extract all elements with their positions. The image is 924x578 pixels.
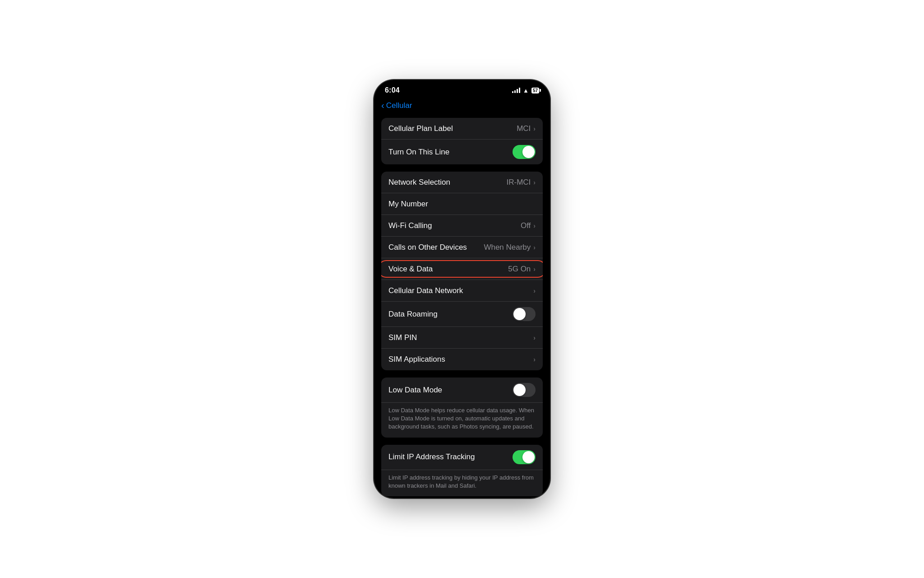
- voice-data-value: 5G On: [508, 265, 531, 274]
- limit-ip-group: Limit IP Address Tracking Limit IP addre…: [381, 445, 543, 496]
- data-roaming-toggle[interactable]: [513, 307, 536, 321]
- sim-applications-row[interactable]: SIM Applications ›: [381, 349, 543, 370]
- voice-data-chevron-icon: ›: [533, 266, 536, 273]
- limit-ip-tracking-toggle[interactable]: [513, 450, 536, 464]
- cellular-plan-label-right: MCI ›: [517, 124, 536, 133]
- calls-other-devices-right: When Nearby ›: [484, 243, 536, 252]
- settings-content: Cellular Plan Label MCI › Turn On This L…: [374, 118, 550, 498]
- plan-group: Cellular Plan Label MCI › Turn On This L…: [381, 118, 543, 164]
- voice-data-row[interactable]: Voice & Data 5G On ›: [381, 258, 543, 280]
- turn-on-line-row[interactable]: Turn On This Line: [381, 140, 543, 164]
- network-group: Network Selection IR-MCI › My Number Wi-…: [381, 172, 543, 370]
- signal-bars-icon: [512, 88, 520, 93]
- sim-applications-right: ›: [533, 356, 536, 363]
- voice-data-right: 5G On ›: [508, 265, 536, 274]
- limit-ip-tracking-toggle-knob: [522, 451, 535, 463]
- turn-on-line-toggle-knob: [522, 146, 535, 158]
- network-selection-chevron-icon: ›: [533, 179, 536, 186]
- cellular-plan-label-row[interactable]: Cellular Plan Label MCI ›: [381, 118, 543, 140]
- turn-on-line-label: Turn On This Line: [388, 148, 449, 157]
- status-icons: ▲ 57: [512, 87, 539, 94]
- sim-applications-label: SIM Applications: [388, 355, 445, 364]
- my-number-label: My Number: [388, 200, 428, 209]
- wifi-calling-value: Off: [521, 221, 531, 230]
- cellular-plan-label-text: Cellular Plan Label: [388, 124, 453, 133]
- network-selection-row[interactable]: Network Selection IR-MCI ›: [381, 172, 543, 193]
- wifi-calling-row[interactable]: Wi-Fi Calling Off ›: [381, 215, 543, 237]
- calls-other-devices-value: When Nearby: [484, 243, 531, 252]
- sim-pin-row[interactable]: SIM PIN ›: [381, 327, 543, 349]
- nav-header: ‹ Cellular: [374, 97, 550, 118]
- my-number-row[interactable]: My Number: [381, 193, 543, 215]
- calls-other-devices-row[interactable]: Calls on Other Devices When Nearby ›: [381, 237, 543, 258]
- status-time: 6:04: [385, 86, 400, 94]
- sim-pin-label: SIM PIN: [388, 333, 417, 342]
- low-data-mode-toggle[interactable]: [513, 383, 536, 397]
- back-label: Cellular: [386, 101, 412, 110]
- calls-other-devices-chevron-icon: ›: [533, 244, 536, 251]
- cellular-data-network-label: Cellular Data Network: [388, 286, 463, 295]
- low-data-mode-label: Low Data Mode: [388, 386, 442, 395]
- cellular-data-network-right: ›: [533, 287, 536, 294]
- turn-on-line-toggle[interactable]: [513, 145, 536, 159]
- low-data-mode-toggle-knob: [513, 384, 526, 396]
- wifi-icon: ▲: [523, 87, 529, 94]
- data-roaming-row[interactable]: Data Roaming: [381, 302, 543, 327]
- voice-data-label: Voice & Data: [388, 265, 433, 274]
- cellular-data-network-row[interactable]: Cellular Data Network ›: [381, 280, 543, 302]
- network-selection-label: Network Selection: [388, 178, 450, 187]
- battery-icon: 57: [531, 88, 539, 93]
- status-bar: 6:04 ▲ 57: [374, 80, 550, 97]
- back-chevron-icon: ‹: [381, 100, 384, 111]
- network-selection-right: IR-MCI ›: [507, 178, 536, 187]
- sim-pin-right: ›: [533, 334, 536, 341]
- back-button[interactable]: ‹ Cellular: [381, 101, 412, 111]
- sim-pin-chevron-icon: ›: [533, 334, 536, 341]
- sim-applications-chevron-icon: ›: [533, 356, 536, 363]
- cellular-data-network-chevron-icon: ›: [533, 287, 536, 294]
- wifi-calling-right: Off ›: [521, 221, 536, 230]
- low-data-mode-row[interactable]: Low Data Mode: [381, 378, 543, 403]
- cellular-plan-chevron-icon: ›: [533, 125, 536, 132]
- limit-ip-tracking-row[interactable]: Limit IP Address Tracking: [381, 445, 543, 470]
- network-selection-value: IR-MCI: [507, 178, 531, 187]
- phone-frame: 6:04 ▲ 57 ‹ Cellular Cellular Plan Label: [374, 80, 550, 498]
- wifi-calling-label: Wi-Fi Calling: [388, 221, 432, 230]
- cellular-plan-value: MCI: [517, 124, 531, 133]
- wifi-calling-chevron-icon: ›: [533, 222, 536, 229]
- data-roaming-label: Data Roaming: [388, 310, 438, 319]
- limit-ip-tracking-label: Limit IP Address Tracking: [388, 452, 475, 461]
- low-data-group: Low Data Mode Low Data Mode helps reduce…: [381, 378, 543, 438]
- limit-ip-tracking-description: Limit IP address tracking by hiding your…: [381, 470, 543, 496]
- low-data-mode-description: Low Data Mode helps reduce cellular data…: [381, 403, 543, 438]
- calls-other-devices-label: Calls on Other Devices: [388, 243, 467, 252]
- data-roaming-toggle-knob: [513, 308, 526, 320]
